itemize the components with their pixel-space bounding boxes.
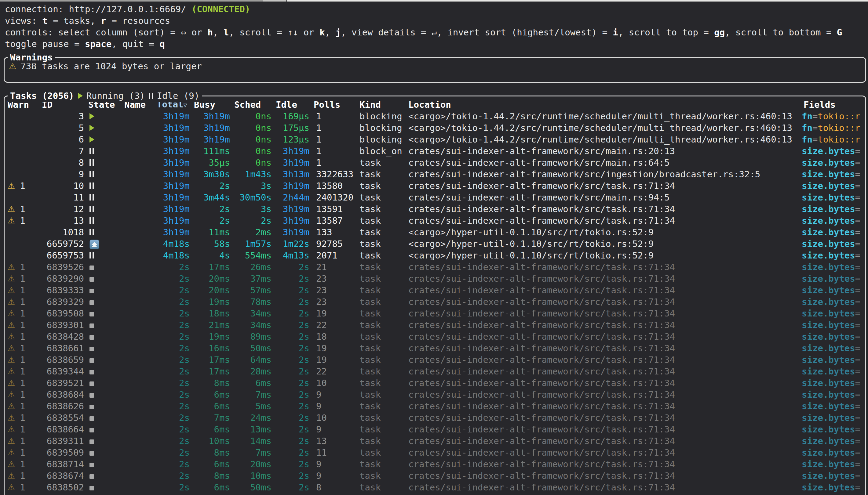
duration-value: 2s xyxy=(179,378,190,388)
stop-icon xyxy=(89,451,94,456)
column-header-kind[interactable]: Kind xyxy=(358,99,406,110)
duration-value: 111ms xyxy=(203,146,230,156)
field-equals: = xyxy=(813,123,818,133)
task-row[interactable]: ⚠168386642s6ms13ms2s9taskcrates/sui-inde… xyxy=(6,424,865,435)
field-key: size.bytes xyxy=(802,413,855,423)
fields-cell: size.bytes= xyxy=(802,226,865,238)
idle-cell: 2s xyxy=(274,435,312,447)
id-cell: 6659753 xyxy=(40,250,86,261)
fields-cell: size.bytes= xyxy=(802,215,865,226)
task-row[interactable]: 53h19m3h19m0ns175µs1blocking<cargo>/toki… xyxy=(6,122,865,134)
column-header-polls[interactable]: Polls xyxy=(312,99,358,110)
duration-value: 3h19m xyxy=(283,216,310,226)
task-row[interactable]: ⚠168386612s16ms50ms2s19taskcrates/sui-in… xyxy=(6,342,865,354)
warning-icon: ⚠ xyxy=(7,482,15,493)
task-row[interactable]: 63h19m3h19m0ns123µs1blocking<cargo>/toki… xyxy=(6,134,865,145)
task-row[interactable]: ⚠168386842s6ms7ms2s9taskcrates/sui-index… xyxy=(6,389,865,400)
task-row[interactable]: ⚠168386742s8ms10ms2s9taskcrates/sui-inde… xyxy=(6,470,865,482)
task-row[interactable]: 66597534m18s4s554ms4m13s2071task<cargo>/… xyxy=(6,250,865,261)
duration-value: 16ms xyxy=(208,343,230,353)
task-row[interactable]: 93h19m3m30s1m43s3h13m3322633taskcrates/s… xyxy=(6,169,865,180)
field-equals: = xyxy=(855,355,861,365)
task-row[interactable]: ⚠168387142s6ms20ms2s9taskcrates/sui-inde… xyxy=(6,458,865,470)
text-segment: , scroll to bottom = xyxy=(725,27,837,37)
field-equals: = xyxy=(855,239,861,249)
sched-cell: 89ms xyxy=(232,331,274,342)
stop-icon xyxy=(89,370,94,374)
task-row[interactable]: 83h19m35µs0ns3h19m1taskcrates/sui-indexe… xyxy=(6,157,865,169)
warning-icon: ⚠ xyxy=(7,470,15,482)
task-row[interactable]: ⚠168384282s19ms89ms2s18taskcrates/sui-in… xyxy=(6,331,865,342)
text-segment: or xyxy=(298,27,319,37)
task-row[interactable]: ⚠168393292s19ms78ms2s23taskcrates/sui-in… xyxy=(6,296,865,308)
duration-value: 3h19m xyxy=(203,123,230,133)
location-cell: crates/sui-indexer-alt-framework/src/mai… xyxy=(406,192,802,203)
tasks-panel: Tasks (2056) Running (3) Idle (9) Warn I… xyxy=(4,96,866,495)
warn-cell: ⚠1 xyxy=(6,261,40,273)
busy-cell: 3h19m xyxy=(192,122,232,134)
sched-cell: 50ms xyxy=(232,482,274,493)
column-header-sched[interactable]: Sched xyxy=(232,99,274,110)
kind-cell: task xyxy=(358,273,406,285)
total-cell: 2s xyxy=(155,331,192,342)
task-row[interactable]: 66597524m18s58s1m57s1m22s92785task<cargo… xyxy=(6,238,865,250)
task-row[interactable]: ⚠168395092s8ms7ms2s11taskcrates/sui-inde… xyxy=(6,447,865,458)
column-header-location[interactable]: Location xyxy=(406,99,802,110)
task-row[interactable]: 10183h19m11ms2ms3h19m133task<cargo>/hype… xyxy=(6,226,865,238)
total-cell: 2s xyxy=(155,482,192,493)
task-row[interactable]: ⚠168395212s8ms6ms2s10taskcrates/sui-inde… xyxy=(6,377,865,389)
busy-cell: 17ms xyxy=(192,261,232,273)
task-row[interactable]: ⚠168385542s7ms24ms2s10taskcrates/sui-ind… xyxy=(6,412,865,424)
state-cell xyxy=(86,400,122,412)
duration-value: 3h19m xyxy=(163,216,190,226)
state-cell xyxy=(86,238,122,250)
location-cell: crates/sui-indexer-alt-framework/src/tas… xyxy=(406,482,802,493)
running-icon xyxy=(89,113,94,119)
task-row[interactable]: ⚠168385022s6ms50ms2s8taskcrates/sui-inde… xyxy=(6,482,865,493)
busy-cell: 6ms xyxy=(192,424,232,435)
stop-icon xyxy=(89,277,94,282)
field-key: size.bytes xyxy=(802,192,855,203)
sched-cell: 5ms xyxy=(232,400,274,412)
task-row[interactable]: ⚠168393442s17ms28ms2s22taskcrates/sui-in… xyxy=(6,365,865,377)
duration-value: 2s xyxy=(299,401,310,411)
column-header-idle[interactable]: Idle xyxy=(274,99,312,110)
busy-cell: 6ms xyxy=(192,458,232,470)
task-row[interactable]: ⚠168393332s20ms57ms2s23taskcrates/sui-in… xyxy=(6,285,865,296)
duration-value: 3h19m xyxy=(283,181,310,191)
field-equals: = xyxy=(855,308,861,319)
task-row[interactable]: 113h19m3m44s30m50s2h44m2401320taskcrates… xyxy=(6,192,865,203)
task-row[interactable]: ⚠1103h19m2s3s3h19m13580taskcrates/sui-in… xyxy=(6,180,865,192)
pause-icon xyxy=(89,229,94,235)
text-segment: , invert sort (highest/lowest) = xyxy=(437,27,613,37)
task-row[interactable]: 73h19m111ms0ns3h19m1block_oncrates/sui-i… xyxy=(6,145,865,157)
task-row[interactable]: ⚠168395082s18ms34ms2s19taskcrates/sui-in… xyxy=(6,308,865,319)
idle-cell: 169µs xyxy=(274,110,312,122)
task-row[interactable]: ⚠168392902s20ms37ms2s23taskcrates/sui-in… xyxy=(6,273,865,285)
task-row[interactable]: ⚠1133h19m2s2s3h19m13587taskcrates/sui-in… xyxy=(6,215,865,226)
task-row[interactable]: ⚠168395262s17ms26ms2s21taskcrates/sui-in… xyxy=(6,261,865,273)
warn-cell: ⚠1 xyxy=(6,215,40,226)
idle-cell: 2s xyxy=(274,296,312,308)
duration-value: 2s xyxy=(261,216,271,226)
column-header-fields[interactable]: Fields xyxy=(802,99,865,110)
id-cell: 13 xyxy=(40,215,86,226)
running-icon xyxy=(89,136,94,142)
duration-value: 2s xyxy=(179,343,190,353)
task-row[interactable]: ⚠168386592s17ms64ms2s19taskcrates/sui-in… xyxy=(6,354,865,365)
duration-value: 3h19m xyxy=(163,181,190,191)
task-row[interactable]: ⚠168386262s6ms5ms2s9taskcrates/sui-index… xyxy=(6,400,865,412)
sched-cell: 10ms xyxy=(232,470,274,482)
polls-cell: 13 xyxy=(312,435,358,447)
id-cell: 6839329 xyxy=(40,296,86,308)
pause-icon xyxy=(89,194,94,201)
sched-cell: 30m50s xyxy=(232,192,274,203)
task-row[interactable]: ⚠168393112s10ms14ms2s13taskcrates/sui-in… xyxy=(6,435,865,447)
fields-cell: size.bytes= xyxy=(802,424,865,435)
id-cell: 6839333 xyxy=(40,285,86,296)
duration-value: 7ms xyxy=(256,447,271,458)
task-row[interactable]: ⚠1123h19m2s3s3h19m13591taskcrates/sui-in… xyxy=(6,203,865,215)
task-row[interactable]: 33h19m3h19m0ns169µs1blocking<cargo>/toki… xyxy=(6,110,865,122)
task-row[interactable]: ⚠168393012s21ms34ms2s22taskcrates/sui-in… xyxy=(6,319,865,331)
idle-cell: 2s xyxy=(274,470,312,482)
